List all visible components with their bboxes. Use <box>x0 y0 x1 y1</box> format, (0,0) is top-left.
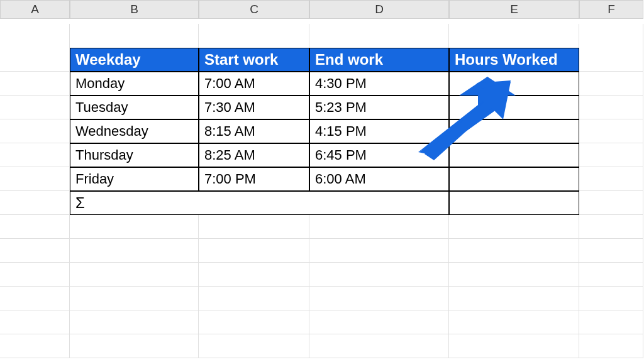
cell-A4[interactable] <box>0 96 70 119</box>
cell-end-thu[interactable]: 6:45 PM <box>309 143 449 167</box>
cell-A5[interactable] <box>0 119 70 143</box>
cell-D12[interactable] <box>309 287 449 310</box>
cell-F14[interactable] <box>579 334 643 358</box>
cell-hours-wed[interactable] <box>449 119 579 143</box>
cell-C9[interactable] <box>199 215 309 239</box>
cell-C11[interactable] <box>199 263 309 287</box>
col-header-B[interactable]: B <box>70 0 199 19</box>
cell-C14[interactable] <box>199 334 309 358</box>
cell-C10[interactable] <box>199 239 309 263</box>
cell-A6[interactable] <box>0 143 70 167</box>
cell-start-wed[interactable]: 8:15 AM <box>199 119 309 143</box>
cell-hours-mon[interactable] <box>449 72 579 96</box>
cell-B10[interactable] <box>70 239 199 263</box>
cell-B13[interactable] <box>70 310 199 334</box>
cell-weekday-mon[interactable]: Monday <box>70 72 199 96</box>
cell-C13[interactable] <box>199 310 309 334</box>
spreadsheet: A B C D E F Weekday Start work End work … <box>0 0 644 358</box>
cell-end-wed[interactable]: 4:15 PM <box>309 119 449 143</box>
cell-start-fri[interactable]: 7:00 PM <box>199 167 309 191</box>
cell-E14[interactable] <box>449 334 579 358</box>
cell-A10[interactable] <box>0 239 70 263</box>
cell-A9[interactable] <box>0 215 70 239</box>
cell-D14[interactable] <box>309 334 449 358</box>
cell-F7[interactable] <box>579 167 643 191</box>
cell-F2[interactable] <box>579 48 643 72</box>
cell-A2[interactable] <box>0 48 70 72</box>
cell-F4[interactable] <box>579 96 643 119</box>
cell-end-fri[interactable]: 6:00 AM <box>309 167 449 191</box>
cell-A3[interactable] <box>0 72 70 96</box>
cell-A13[interactable] <box>0 310 70 334</box>
cell-F11[interactable] <box>579 263 643 287</box>
header-end-work[interactable]: End work <box>309 48 449 72</box>
header-weekday[interactable]: Weekday <box>70 48 199 72</box>
cell-hours-tue[interactable] <box>449 96 579 119</box>
cell-F10[interactable] <box>579 239 643 263</box>
col-header-F[interactable]: F <box>579 0 643 19</box>
cell-end-mon[interactable]: 4:30 PM <box>309 72 449 96</box>
header-hours-worked[interactable]: Hours Worked <box>449 48 579 72</box>
cell-D13[interactable] <box>309 310 449 334</box>
cell-D10[interactable] <box>309 239 449 263</box>
cell-start-thu[interactable]: 8:25 AM <box>199 143 309 167</box>
cell-start-mon[interactable]: 7:00 AM <box>199 72 309 96</box>
cell-E11[interactable] <box>449 263 579 287</box>
cell-weekday-wed[interactable]: Wednesday <box>70 119 199 143</box>
cell-E9[interactable] <box>449 215 579 239</box>
cell-E12[interactable] <box>449 287 579 310</box>
cell-D9[interactable] <box>309 215 449 239</box>
cell-A11[interactable] <box>0 263 70 287</box>
cell-hours-thu[interactable] <box>449 143 579 167</box>
cell-hours-fri[interactable] <box>449 167 579 191</box>
cell-F8[interactable] <box>579 191 643 215</box>
cell-F9[interactable] <box>579 215 643 239</box>
col-header-E[interactable]: E <box>449 0 579 19</box>
cell-weekday-thu[interactable]: Thursday <box>70 143 199 167</box>
cell-F3[interactable] <box>579 72 643 96</box>
cell-start-tue[interactable]: 7:30 AM <box>199 96 309 119</box>
col-header-C[interactable]: C <box>199 0 309 19</box>
cell-F12[interactable] <box>579 287 643 310</box>
cell-sigma[interactable]: Σ <box>70 191 449 215</box>
cell-F6[interactable] <box>579 143 643 167</box>
cell-weekday-tue[interactable]: Tuesday <box>70 96 199 119</box>
cell-C12[interactable] <box>199 287 309 310</box>
cell-A14[interactable] <box>0 334 70 358</box>
cell-hours-total[interactable] <box>449 191 579 215</box>
cell-D11[interactable] <box>309 263 449 287</box>
cell-A12[interactable] <box>0 287 70 310</box>
cell-A7[interactable] <box>0 167 70 191</box>
cell-B14[interactable] <box>70 334 199 358</box>
col-header-D[interactable]: D <box>309 0 449 19</box>
cell-F13[interactable] <box>579 310 643 334</box>
cell-A8[interactable] <box>0 191 70 215</box>
header-start-work[interactable]: Start work <box>199 48 309 72</box>
cell-end-tue[interactable]: 5:23 PM <box>309 96 449 119</box>
cell-E10[interactable] <box>449 239 579 263</box>
cell-F5[interactable] <box>579 119 643 143</box>
cell-E13[interactable] <box>449 310 579 334</box>
cell-weekday-fri[interactable]: Friday <box>70 167 199 191</box>
cell-B12[interactable] <box>70 287 199 310</box>
cell-B9[interactable] <box>70 215 199 239</box>
cell-B11[interactable] <box>70 263 199 287</box>
col-header-A[interactable]: A <box>0 0 70 19</box>
